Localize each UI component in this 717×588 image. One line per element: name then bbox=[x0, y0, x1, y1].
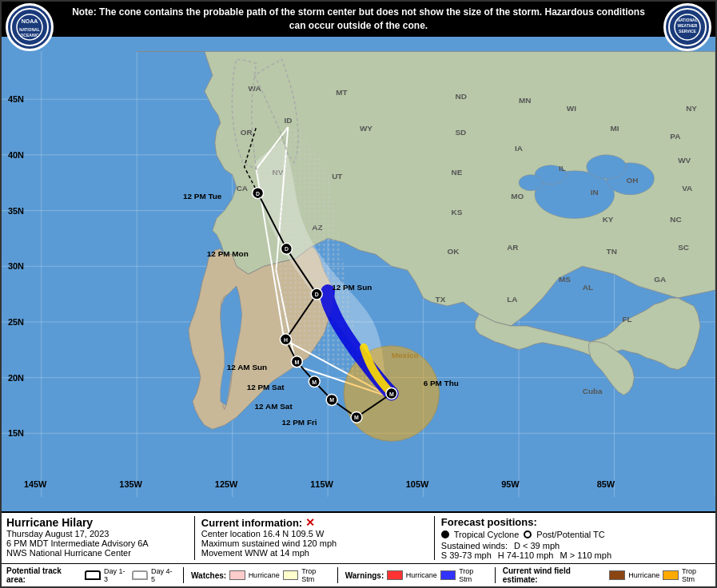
hurricane-watch-box bbox=[229, 570, 245, 580]
svg-text:PA: PA bbox=[670, 132, 680, 141]
svg-text:105W: 105W bbox=[406, 479, 429, 489]
forecast-tc-open: Post/Potential TC bbox=[536, 530, 604, 539]
svg-text:OR: OR bbox=[241, 128, 253, 137]
storm-center: NWS National Hurricane Center bbox=[6, 548, 186, 558]
storm-name: Hurricane Hilary bbox=[6, 516, 186, 529]
svg-text:12 PM Sun: 12 PM Sun bbox=[332, 283, 372, 292]
svg-text:OCEANIC: OCEANIC bbox=[20, 33, 38, 38]
svg-text:12 PM Tue: 12 PM Tue bbox=[183, 191, 222, 200]
svg-text:IN: IN bbox=[591, 187, 599, 196]
svg-text:Cuba: Cuba bbox=[583, 386, 603, 395]
hurricane-warn-label: Hurricane bbox=[406, 571, 437, 579]
svg-text:12 AM Sun: 12 AM Sun bbox=[227, 362, 267, 371]
tropstm-watch-box bbox=[283, 570, 298, 580]
storm-identity: Hurricane Hilary Thursday August 17, 202… bbox=[6, 516, 186, 560]
day1-3-label: Day 1-3 bbox=[104, 567, 129, 583]
svg-text:30N: 30N bbox=[8, 261, 24, 271]
warnings-label: Warnings: bbox=[345, 571, 384, 580]
svg-text:MI: MI bbox=[611, 124, 619, 133]
svg-text:SD: SD bbox=[455, 128, 466, 137]
nws-logo: NATIONAL WEATHER SERVICE bbox=[663, 3, 711, 51]
warnings-legend: Warnings: Hurricane Trop Stm bbox=[345, 567, 488, 583]
svg-text:OK: OK bbox=[448, 247, 460, 256]
svg-text:12 AM Sat: 12 AM Sat bbox=[255, 402, 293, 411]
movement: Movement WNW at 14 mph bbox=[201, 548, 426, 558]
svg-text:35N: 35N bbox=[8, 205, 24, 215]
sustained-winds-label: Sustained winds: bbox=[441, 541, 508, 550]
svg-text:H: H bbox=[284, 336, 288, 342]
svg-text:M: M bbox=[329, 397, 334, 403]
legend-row: Potential track area: Day 1-3 Day 4-5 Wa… bbox=[2, 564, 715, 586]
svg-text:TX: TX bbox=[436, 295, 446, 304]
svg-text:NC: NC bbox=[670, 215, 681, 224]
potential-track-legend: Potential track area: Day 1-3 Day 4-5 bbox=[6, 566, 176, 584]
note-text: Note: The cone contains the probable pat… bbox=[72, 6, 645, 31]
svg-text:25N: 25N bbox=[8, 317, 24, 327]
svg-point-33 bbox=[587, 154, 627, 178]
svg-text:20N: 20N bbox=[8, 372, 24, 382]
svg-text:OH: OH bbox=[626, 175, 638, 184]
svg-text:WV: WV bbox=[678, 155, 691, 164]
svg-text:CA: CA bbox=[237, 183, 248, 192]
svg-text:95W: 95W bbox=[501, 479, 520, 489]
day4-5-label: Day 4-5 bbox=[151, 567, 176, 583]
svg-text:12 PM Fri: 12 PM Fri bbox=[281, 418, 317, 427]
windfield-legend: Current wind field estimate: Hurricane T… bbox=[503, 566, 711, 584]
forecast-positions: Forecast positions: Tropical Cyclone Pos… bbox=[434, 516, 711, 560]
svg-text:WI: WI bbox=[567, 104, 576, 113]
noaa-logo: NOAA NATIONAL OCEANIC bbox=[6, 3, 54, 51]
svg-text:UT: UT bbox=[332, 171, 342, 180]
svg-text:85W: 85W bbox=[597, 479, 615, 489]
svg-text:D: D bbox=[285, 246, 289, 252]
svg-text:ID: ID bbox=[284, 116, 292, 125]
current-info-label: Current information: ✕ bbox=[201, 516, 426, 529]
svg-text:MN: MN bbox=[519, 96, 531, 105]
svg-text:12 PM Mon: 12 PM Mon bbox=[207, 249, 249, 258]
svg-text:IL: IL bbox=[559, 163, 566, 172]
svg-text:LA: LA bbox=[507, 295, 517, 304]
svg-text:IA: IA bbox=[515, 143, 523, 152]
svg-text:15N: 15N bbox=[8, 428, 24, 438]
hurricane-watch-label: Hurricane bbox=[249, 571, 280, 579]
svg-text:ND: ND bbox=[455, 92, 466, 101]
watches-label: Watches: bbox=[191, 571, 226, 580]
max-wind: Maximum sustained wind 120 mph bbox=[201, 538, 426, 548]
svg-text:AR: AR bbox=[507, 243, 518, 252]
svg-text:NY: NY bbox=[686, 104, 697, 113]
tropstm-warn-label: Trop Stm bbox=[459, 567, 488, 583]
svg-text:VA: VA bbox=[682, 183, 692, 192]
svg-text:SERVICE: SERVICE bbox=[679, 29, 697, 34]
svg-text:125W: 125W bbox=[215, 479, 238, 489]
svg-text:GA: GA bbox=[654, 275, 666, 284]
svg-text:115W: 115W bbox=[310, 479, 333, 489]
svg-text:KY: KY bbox=[603, 215, 614, 224]
svg-text:WEATHER: WEATHER bbox=[678, 23, 698, 28]
svg-text:MO: MO bbox=[511, 191, 524, 200]
tropstm-warn-box bbox=[440, 570, 456, 580]
svg-text:MS: MS bbox=[559, 275, 571, 284]
svg-text:NOAA: NOAA bbox=[22, 18, 38, 24]
storm-advisory: 6 PM MDT Intermediate Advisory 6A bbox=[6, 538, 186, 548]
m-label: M > 110 mph bbox=[560, 550, 612, 560]
hurricane-warn-box bbox=[387, 570, 402, 580]
svg-text:45N: 45N bbox=[8, 94, 24, 104]
svg-point-35 bbox=[519, 174, 543, 190]
svg-text:D: D bbox=[256, 190, 260, 196]
center-location: Center location 16.4 N 109.5 W bbox=[201, 529, 426, 538]
svg-text:TN: TN bbox=[607, 247, 617, 256]
h-label: H 74-110 mph bbox=[498, 550, 554, 560]
windfield-label: Current wind field estimate: bbox=[503, 566, 607, 584]
svg-text:AL: AL bbox=[583, 283, 593, 292]
svg-text:135W: 135W bbox=[119, 479, 142, 489]
forecast-label: Forecast positions: bbox=[441, 516, 711, 528]
watches-legend: Watches: Hurricane Trop Stm bbox=[191, 567, 330, 583]
forecast-tc-label: Tropical Cyclone bbox=[454, 530, 520, 539]
svg-text:145W: 145W bbox=[24, 479, 47, 489]
svg-text:MT: MT bbox=[336, 88, 347, 97]
tropstm-field-box bbox=[663, 570, 679, 580]
bottom-panel: Hurricane Hilary Thursday August 17, 202… bbox=[2, 511, 715, 586]
svg-text:NATIONAL: NATIONAL bbox=[19, 27, 39, 32]
hurricane-field-label: Hurricane bbox=[628, 571, 659, 579]
svg-text:NATIONAL: NATIONAL bbox=[677, 18, 697, 22]
svg-text:6 PM Thu: 6 PM Thu bbox=[424, 378, 459, 387]
